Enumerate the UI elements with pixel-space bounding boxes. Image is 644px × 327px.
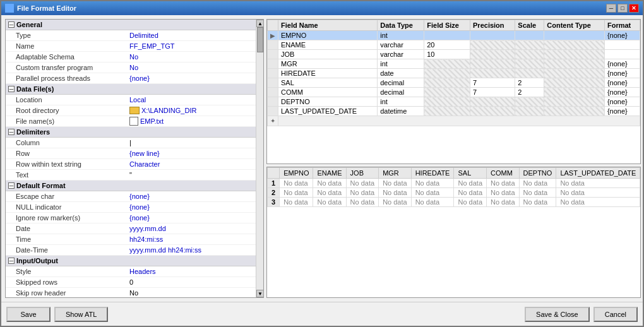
data-type-cell: decimal	[378, 88, 424, 97]
row-marker	[268, 107, 278, 116]
label-skip-header: Skip row header	[16, 289, 129, 297]
filename-text: EMP.txt	[140, 117, 164, 125]
data-files-toggle[interactable]: ─	[8, 86, 15, 92]
value-type: Delimited	[129, 32, 253, 39]
row-marker	[268, 50, 278, 59]
preview-cell: No data	[346, 198, 379, 207]
value-name: FF_EMP_TGT	[129, 42, 253, 50]
row-marker	[268, 88, 278, 97]
preview-cell: No data	[519, 188, 556, 198]
save-close-button[interactable]: Save & Close	[525, 307, 590, 322]
section-input-output[interactable]: ─ Input/Output	[6, 256, 256, 266]
row-marker	[268, 69, 278, 78]
value-text: "	[129, 171, 253, 179]
table-row[interactable]: JOB varchar 10	[268, 50, 640, 59]
content-type-cell	[544, 31, 605, 40]
scale-cell: 2	[515, 78, 544, 88]
left-inner: ─ General Type Delimited Name FF_EMP_TGT…	[6, 20, 263, 297]
cancel-button[interactable]: Cancel	[593, 307, 638, 322]
field-size-cell: 20	[424, 40, 470, 50]
precision-cell	[470, 69, 515, 78]
show-atl-button[interactable]: Show ATL	[54, 307, 108, 322]
preview-row-num: 2	[268, 188, 280, 198]
table-row[interactable]: SAL decimal 7 2 {none}	[268, 78, 640, 88]
data-type-cell: int	[378, 31, 424, 40]
restore-button[interactable]: □	[617, 4, 628, 13]
save-button[interactable]: Save	[6, 307, 51, 322]
section-data-files[interactable]: ─ Data File(s)	[6, 84, 256, 95]
delimiters-toggle[interactable]: ─	[8, 129, 15, 135]
prop-row-time: Time hh24:mi:ss	[6, 234, 256, 245]
left-scrollbar[interactable]: ▲ ▼	[256, 20, 263, 297]
preview-cell: No data	[379, 179, 412, 188]
preview-cell: No data	[411, 188, 454, 198]
preview-cell: No data	[280, 188, 313, 198]
preview-cell: No data	[454, 179, 487, 188]
data-type-cell: date	[378, 69, 424, 78]
section-default-format[interactable]: ─ Default Format	[6, 181, 256, 191]
preview-cell: No data	[411, 198, 454, 207]
preview-th-last-updated: LAST_UPDATED_DATE	[556, 168, 640, 179]
preview-th-hiredate: HIREDATE	[411, 168, 454, 179]
data-type-cell: varchar	[378, 40, 424, 50]
scroll-up-arrow[interactable]: ▲	[256, 20, 263, 27]
preview-row: 2 No data No data No data No data No dat…	[268, 188, 640, 198]
label-row-text: Row within text string	[16, 160, 129, 168]
value-row-text: Character	[129, 160, 253, 168]
content-type-cell	[544, 59, 605, 69]
input-output-label: Input/Output	[16, 257, 58, 265]
row-marker	[268, 97, 278, 107]
row-marker	[268, 40, 278, 50]
scale-cell	[515, 40, 544, 50]
bottom-bar: Save Show ATL Save & Close Cancel	[1, 302, 643, 326]
default-format-toggle[interactable]: ─	[8, 182, 15, 189]
row-marker	[268, 78, 278, 88]
scroll-thumb[interactable]	[257, 27, 263, 52]
label-root-dir: Root directory	[16, 107, 129, 114]
prop-row-filename: File name(s) EMP.txt	[6, 116, 256, 127]
value-time: hh24:mi:ss	[129, 235, 253, 243]
scroll-down-arrow[interactable]: ▼	[256, 290, 263, 297]
content-type-cell	[544, 107, 605, 116]
label-custom: Custom transfer program	[16, 64, 129, 71]
table-row[interactable]: MGR int {none}	[268, 59, 640, 69]
fields-table-container[interactable]: Field Name Data Type Field Size Precisio…	[266, 19, 641, 164]
label-row: Row	[16, 150, 129, 157]
value-skip-header: No	[129, 289, 253, 297]
table-row[interactable]: HIREDATE date {none}	[268, 69, 640, 78]
th-precision: Precision	[470, 20, 515, 31]
field-name-cell: HIREDATE	[278, 69, 378, 78]
prop-row-text: Text "	[6, 170, 256, 181]
preview-th-empno: EMPNO	[280, 168, 313, 179]
table-row[interactable]: ENAME varchar 20	[268, 40, 640, 50]
section-general[interactable]: ─ General	[6, 20, 256, 30]
value-filename: EMP.txt	[129, 117, 253, 126]
preview-cell: No data	[313, 179, 346, 188]
general-toggle[interactable]: ─	[8, 21, 15, 28]
section-delimiters[interactable]: ─ Delimiters	[6, 127, 256, 138]
preview-cell: No data	[454, 188, 487, 198]
preview-cell: No data	[487, 179, 520, 188]
fields-table: Field Name Data Type Field Size Precisio…	[267, 20, 640, 126]
field-size-cell	[424, 88, 470, 97]
field-name-cell: JOB	[278, 50, 378, 59]
preview-cell: No data	[487, 198, 520, 207]
input-output-toggle[interactable]: ─	[8, 258, 15, 264]
label-time: Time	[16, 235, 129, 243]
add-field-row[interactable]: ✦	[268, 116, 640, 126]
table-row[interactable]: COMM decimal 7 2 {none}	[268, 88, 640, 97]
table-row[interactable]: DEPTNO int {none}	[268, 97, 640, 107]
minimize-button[interactable]: ─	[606, 4, 616, 13]
table-row[interactable]: LAST_UPDATED_DATE datetime {none}	[268, 107, 640, 116]
label-column: Column	[16, 139, 129, 146]
table-row[interactable]: ▶ EMPNO int {none}	[268, 31, 640, 40]
data-type-cell: int	[378, 59, 424, 69]
close-button[interactable]: ✕	[629, 4, 639, 13]
left-scroll-area[interactable]: ─ General Type Delimited Name FF_EMP_TGT…	[6, 20, 256, 297]
preview-table: EMPNO ENAME JOB MGR HIREDATE SAL COMM DE…	[267, 167, 640, 207]
label-date: Date	[16, 225, 129, 232]
scale-cell	[515, 31, 544, 40]
precision-cell	[470, 50, 515, 59]
preview-table-container[interactable]: EMPNO ENAME JOB MGR HIREDATE SAL COMM DE…	[266, 167, 641, 298]
field-name-cell: LAST_UPDATED_DATE	[278, 107, 378, 116]
